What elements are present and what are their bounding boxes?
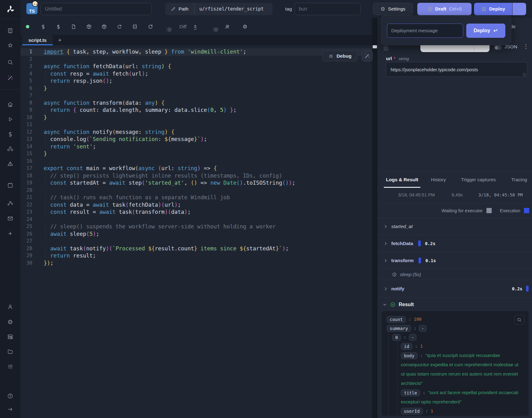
step-row-sleep-5s-[interactable]: sleep (5s) bbox=[378, 269, 532, 280]
code-line[interactable]: 12async function notify(message: string)… bbox=[20, 129, 372, 136]
step-row-fetchData[interactable]: fetchData0.2s bbox=[378, 235, 532, 252]
people-icon[interactable] bbox=[225, 24, 231, 29]
code-line[interactable]: 6} bbox=[20, 85, 372, 92]
code-line[interactable]: 7 bbox=[20, 92, 372, 99]
sidebar-flow-icon[interactable] bbox=[5, 198, 16, 209]
json-key[interactable]: body bbox=[401, 352, 418, 359]
tab-script-ts[interactable]: script.ts bbox=[22, 35, 53, 45]
tag-input[interactable] bbox=[295, 3, 361, 15]
code-line[interactable]: 16 bbox=[20, 158, 372, 165]
deployment-message-input[interactable] bbox=[387, 24, 463, 38]
deploy-dropdown-button[interactable] bbox=[512, 3, 526, 15]
code-line[interactable]: 9 return { count: data.length, summary: … bbox=[20, 107, 372, 114]
package-icon[interactable] bbox=[86, 24, 92, 29]
code-line[interactable]: 18 // step() persists lightweight inline… bbox=[20, 172, 372, 180]
sidebar-magic-wand-icon[interactable] bbox=[5, 72, 16, 83]
code-line[interactable]: 2 bbox=[20, 56, 372, 63]
run-tab-logs-result[interactable]: Logs & Result bbox=[386, 171, 418, 188]
sidebar-cubes-icon[interactable] bbox=[5, 143, 16, 155]
sidebar-home-icon[interactable] bbox=[5, 99, 16, 110]
plus-minus-icon[interactable]: ± bbox=[194, 24, 197, 29]
code-line[interactable]: 25 // sleep() suspends the workflow serv… bbox=[20, 223, 372, 231]
json-key[interactable]: count bbox=[387, 316, 406, 323]
code-line[interactable]: 1import { task, step, workflow, sleep } … bbox=[20, 48, 372, 56]
code-line[interactable]: 14 return 'sent'; bbox=[20, 143, 372, 151]
code-line[interactable]: 20 bbox=[20, 187, 372, 194]
settings-button[interactable]: ⚙ Settings bbox=[373, 3, 413, 15]
code-line[interactable]: 13 console.log(`Sending notification: ${… bbox=[20, 136, 372, 143]
sidebar-user-icon[interactable] bbox=[5, 301, 16, 312]
code-line[interactable]: 22 const data = await task(fetchData)(ur… bbox=[20, 201, 372, 209]
kebab-menu-icon[interactable]: ⋮ bbox=[523, 43, 529, 50]
json-key[interactable]: 0 bbox=[392, 334, 401, 341]
code-line[interactable]: 17export const main = workflow(async (ur… bbox=[20, 165, 372, 172]
debug-button[interactable]: Debug bbox=[322, 51, 357, 61]
collapsed-value[interactable]: - bbox=[409, 334, 416, 341]
code-line[interactable]: 5 return resp.json(); bbox=[20, 77, 372, 85]
ai-wand-button[interactable] bbox=[362, 51, 373, 61]
sidebar-worker-groups-icon[interactable] bbox=[5, 331, 16, 342]
file-icon[interactable] bbox=[71, 24, 76, 29]
code-line[interactable]: 21 // task() runs each function as a sep… bbox=[20, 194, 372, 201]
json-key[interactable]: summary bbox=[387, 325, 411, 332]
resize-handle-icon[interactable] bbox=[523, 73, 526, 76]
json-toggle[interactable] bbox=[494, 45, 502, 50]
variables-icon[interactable]: $ bbox=[42, 24, 45, 30]
sidebar-search-icon[interactable] bbox=[5, 57, 16, 68]
json-key[interactable]: userId bbox=[401, 408, 423, 415]
code-line[interactable]: 28 await task(notify)(`Processed ${resul… bbox=[20, 245, 372, 253]
json-key[interactable]: id bbox=[401, 343, 412, 350]
sidebar-list-icon[interactable] bbox=[5, 361, 16, 372]
sidebar-star-icon[interactable] bbox=[5, 40, 16, 51]
cycle-icon[interactable] bbox=[117, 24, 122, 29]
step-row-transform[interactable]: transform0.1s bbox=[378, 252, 532, 269]
code-line[interactable]: 11 bbox=[20, 121, 372, 129]
code-line[interactable]: 19 const startedAt = await step('started… bbox=[20, 179, 372, 187]
code-line[interactable]: 3async function fetchData(url: string) { bbox=[20, 63, 372, 70]
multiplayer-toggle[interactable] bbox=[213, 26, 213, 32]
sidebar-dollar-icon[interactable]: $ bbox=[5, 129, 16, 140]
result-row[interactable]: Result bbox=[378, 297, 532, 311]
popup-deploy-button[interactable]: Deploy ↵ bbox=[466, 24, 505, 38]
database-icon[interactable] bbox=[132, 24, 138, 29]
code-line[interactable]: 29 return result; bbox=[20, 252, 372, 260]
code-line[interactable]: 4 const resp = await fetch(url); bbox=[20, 70, 372, 78]
code-editor[interactable]: 1import { task, step, workflow, sleep } … bbox=[20, 45, 372, 418]
panel-collapse-handle[interactable] bbox=[383, 46, 388, 51]
refresh-icon[interactable] bbox=[148, 24, 153, 29]
sidebar-gear-icon[interactable]: ⚙ bbox=[5, 316, 16, 328]
path-selector[interactable]: Path u/rfiszel/tender_script bbox=[165, 3, 273, 15]
draft-button[interactable]: DraftCtrl+S bbox=[417, 3, 472, 15]
run-tab-tracing[interactable]: Tracing bbox=[511, 171, 527, 188]
sidebar-organization-icon[interactable] bbox=[5, 25, 16, 36]
package-icon[interactable] bbox=[101, 24, 107, 29]
editor-settings-gear-icon[interactable]: ⚙ bbox=[242, 23, 247, 30]
code-line[interactable]: 15} bbox=[20, 150, 372, 158]
sidebar-arrow-right-icon[interactable] bbox=[5, 404, 16, 415]
code-line[interactable]: 24 bbox=[20, 216, 372, 223]
deploy-button[interactable]: Deploy bbox=[474, 3, 512, 15]
code-line[interactable]: 30}); bbox=[20, 260, 372, 267]
step-row-started-at[interactable]: started_at bbox=[378, 218, 532, 235]
url-field[interactable] bbox=[386, 62, 527, 77]
run-tab-history[interactable]: History bbox=[431, 171, 446, 188]
collapsed-value[interactable]: - bbox=[419, 325, 426, 332]
script-name-input[interactable] bbox=[41, 3, 152, 15]
run-tab-trigger-captures[interactable]: Trigger captures bbox=[461, 171, 496, 188]
sidebar-plus-icon[interactable]: + bbox=[5, 228, 16, 239]
step-row-notify[interactable]: notify0.2s bbox=[378, 280, 532, 297]
resources-icon[interactable]: $ bbox=[57, 24, 60, 30]
sidebar-folder-icon[interactable] bbox=[5, 346, 16, 357]
code-line[interactable]: 23 const result = await task(transform)(… bbox=[20, 209, 372, 216]
editor-scrollbar-track[interactable] bbox=[372, 18, 378, 418]
windmill-logo-icon[interactable] bbox=[5, 4, 16, 15]
editor-scrollbar-thumb[interactable] bbox=[373, 45, 377, 48]
code-line[interactable]: 26 await sleep(5); bbox=[20, 231, 372, 238]
code-line[interactable]: 27 bbox=[20, 238, 372, 245]
sidebar-pyramid-icon[interactable] bbox=[5, 158, 16, 169]
sidebar-play-icon[interactable] bbox=[5, 114, 16, 125]
sidebar-calendar-icon[interactable] bbox=[5, 180, 16, 191]
code-line[interactable]: 10} bbox=[20, 114, 372, 121]
diff-toggle[interactable] bbox=[166, 26, 167, 32]
sidebar-help-icon[interactable] bbox=[5, 390, 16, 402]
